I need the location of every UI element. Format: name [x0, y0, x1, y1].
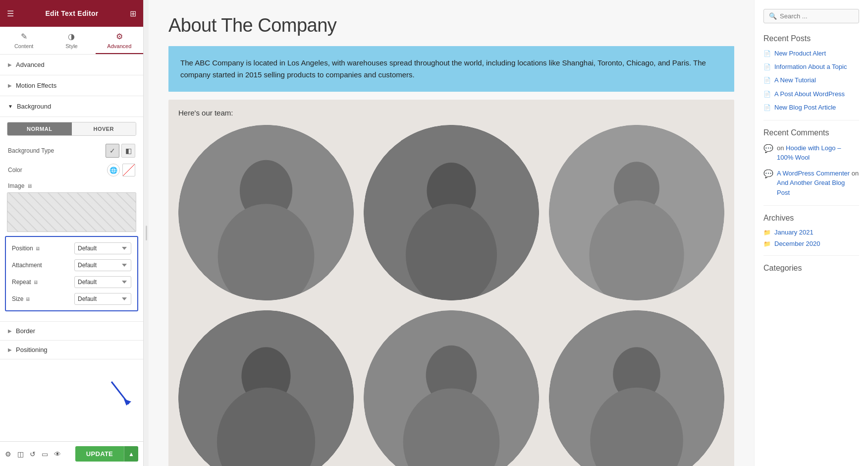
panel-tabs: ✎ Content ◑ Style ⚙ Advanced [0, 27, 143, 55]
bg-type-icons: ✓ ◧ [106, 144, 135, 158]
tab-style-label: Style [65, 43, 77, 49]
position-label: Position 🖥 [12, 245, 74, 252]
archives-title: Archives [763, 214, 859, 223]
comment-item-1: 💬 on Hoodie with Logo – 100% Wool [763, 143, 859, 163]
section-motion-effects[interactable]: ▶ Motion Effects [0, 75, 143, 96]
responsive-icon[interactable]: ▭ [42, 450, 48, 458]
section-border[interactable]: ▶ Border [0, 322, 143, 341]
team-label: Here's our team: [178, 109, 724, 117]
color-label: Color [8, 167, 107, 174]
tab-content[interactable]: ✎ Content [0, 27, 48, 54]
style-icon: ◑ [68, 32, 75, 41]
eye-icon[interactable]: 👁 [54, 450, 61, 458]
color-icons: 🌐 [107, 164, 135, 176]
section-advanced[interactable]: ▶ Advanced [0, 55, 143, 75]
page-title: About The Company [168, 15, 734, 36]
main-content: About The Company The ABC Company is loc… [149, 0, 754, 466]
archive-item-2: 📁 December 2020 [763, 240, 859, 247]
archive-icon-2: 📁 [763, 240, 771, 247]
bg-type-label: Background Type [8, 147, 106, 154]
categories-title: Categories [763, 264, 859, 273]
panel-header: ☰ Edit Text Editor ⊞ [0, 0, 143, 27]
team-photo-2 [364, 125, 539, 300]
section-positioning[interactable]: ▶ Positioning [0, 341, 143, 359]
image-label: Image [8, 182, 24, 189]
tab-content-label: Content [14, 43, 34, 49]
post-item-1: 📄 New Product Alert [763, 49, 859, 58]
positioning-label: Positioning [16, 346, 48, 353]
archive-item-1: 📁 January 2021 [763, 229, 859, 236]
color-globe-btn[interactable]: 🌐 [107, 164, 120, 176]
team-photo-inner-5 [364, 310, 539, 466]
section-motion-label: Motion Effects [16, 82, 56, 89]
post-link-2[interactable]: Information About a Topic [774, 62, 847, 71]
border-arrow: ▶ [8, 328, 12, 334]
grid-icon[interactable]: ⊞ [130, 9, 136, 18]
layers-icon[interactable]: ◫ [17, 450, 24, 458]
history-icon[interactable]: ↺ [30, 450, 36, 458]
update-arrow-button[interactable]: ▲ [124, 446, 138, 462]
post-item-4: 📄 A Post About WordPress [763, 90, 859, 99]
comment-text-2: A WordPress Commenter on And Another Gre… [777, 169, 859, 198]
archive-link-2[interactable]: December 2020 [774, 240, 820, 247]
comment-link-2[interactable]: And Another Great Blog Post [777, 179, 845, 196]
post-link-4[interactable]: A Post About WordPress [774, 90, 845, 99]
commenter-link-2[interactable]: A WordPress Commenter [777, 170, 850, 177]
attachment-row: Attachment Default [8, 257, 135, 274]
team-photo-inner-2 [364, 125, 539, 300]
post-link-5[interactable]: New Blog Post Article [774, 103, 836, 112]
panel-title: Edit Text Editor [45, 9, 98, 17]
team-photo-3 [549, 125, 724, 300]
recent-comments-title: Recent Comments [763, 128, 859, 137]
position-monitor-icon: 🖥 [35, 246, 40, 251]
size-select[interactable]: Default [74, 293, 131, 305]
hamburger-icon[interactable]: ☰ [7, 9, 14, 18]
border-label: Border [16, 327, 35, 335]
background-header[interactable]: ▼ Background [0, 96, 143, 117]
left-panel: ☰ Edit Text Editor ⊞ ✎ Content ◑ Style ⚙… [0, 0, 144, 466]
image-row: Image 🖥 [0, 179, 143, 191]
divider-2 [763, 205, 859, 206]
position-row: Position 🖥 Default [8, 240, 135, 257]
image-preview[interactable] [7, 192, 136, 232]
color-none-btn[interactable] [122, 164, 135, 176]
image-monitor-icon: 🖥 [27, 183, 32, 189]
bg-type-solid[interactable]: ✓ [106, 144, 119, 158]
repeat-select[interactable]: Default [74, 276, 131, 288]
divider-3 [763, 255, 859, 256]
bg-type-gradient[interactable]: ◧ [121, 144, 135, 158]
intro-box: The ABC Company is located in Los Angele… [168, 46, 734, 92]
normal-hover-tabs: NORMAL HOVER [7, 122, 136, 136]
comment-link-1[interactable]: Hoodie with Logo – 100% Wool [777, 144, 841, 162]
post-link-1[interactable]: New Product Alert [774, 49, 826, 58]
update-button[interactable]: UPDATE [75, 446, 124, 462]
search-input[interactable] [780, 12, 854, 20]
right-sidebar: 🔍 Recent Posts 📄 New Product Alert 📄 Inf… [754, 0, 868, 466]
team-section: Here's our team: [168, 100, 734, 466]
hover-tab[interactable]: HOVER [72, 122, 136, 135]
archive-icon-1: 📁 [763, 229, 771, 236]
section-background: ▼ Background NORMAL HOVER Background Typ… [0, 96, 143, 322]
background-label: Background [17, 103, 51, 110]
normal-tab[interactable]: NORMAL [7, 122, 72, 135]
team-photo-6 [549, 310, 724, 466]
post-icon-1: 📄 [763, 50, 771, 57]
tab-style[interactable]: ◑ Style [48, 27, 95, 54]
post-icon-4: 📄 [763, 91, 771, 98]
settings-icon[interactable]: ⚙ [5, 450, 11, 458]
archive-link-1[interactable]: January 2021 [774, 229, 814, 236]
post-link-3[interactable]: A New Tutorial [774, 76, 816, 85]
comment-text-1: on Hoodie with Logo – 100% Wool [777, 143, 859, 163]
tab-advanced-label: Advanced [107, 43, 131, 49]
repeat-monitor-icon: 🖥 [33, 280, 38, 285]
team-photo-5 [364, 310, 539, 466]
attachment-select[interactable]: Default [74, 259, 131, 271]
repeat-label: Repeat 🖥 [12, 279, 74, 286]
resize-handle[interactable] [144, 0, 149, 466]
panel-content: ▶ Advanced ▶ Motion Effects ▼ Background… [0, 55, 143, 441]
sidebar-search[interactable]: 🔍 [763, 9, 859, 23]
team-photo-inner-6 [549, 310, 724, 466]
background-arrow: ▼ [8, 104, 13, 109]
position-select[interactable]: Default [74, 242, 131, 254]
tab-advanced[interactable]: ⚙ Advanced [96, 27, 143, 54]
